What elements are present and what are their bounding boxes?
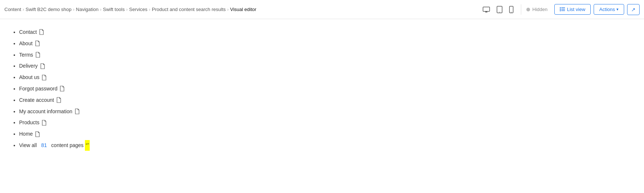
item-name-products: Products xyxy=(19,117,39,128)
expand-button[interactable]: ↗ xyxy=(627,4,640,15)
breadcrumb-item-shop[interactable]: Swift B2C demo shop xyxy=(26,7,72,12)
item-name-forgot-password: Forgot password xyxy=(19,83,57,94)
breadcrumb-sep-0: › xyxy=(23,7,24,12)
page-icon-create-account xyxy=(56,97,61,103)
list-item: Delivery xyxy=(19,60,635,72)
svg-rect-13 xyxy=(560,10,561,11)
page-icon-home xyxy=(35,131,40,137)
page-icon-about-us xyxy=(42,75,47,81)
item-row-products: Products xyxy=(19,117,47,128)
status-dot xyxy=(526,8,530,11)
page-icon-delivery xyxy=(40,63,45,69)
list-item: My account information xyxy=(19,106,635,117)
item-name-about-us: About us xyxy=(19,72,39,83)
list-view-label: List view xyxy=(567,7,586,12)
status-label: Hidden xyxy=(532,7,547,12)
view-all-count[interactable]: 81 xyxy=(41,140,47,151)
item-name-contact: Contact xyxy=(19,26,37,38)
breadcrumb-item-services[interactable]: Services xyxy=(129,7,147,12)
topbar-divider xyxy=(521,4,521,15)
breadcrumb-item-content[interactable]: Content xyxy=(4,7,21,12)
item-name-terms: Terms xyxy=(19,49,33,61)
svg-point-5 xyxy=(499,12,500,12)
item-row-delivery: Delivery xyxy=(19,60,45,72)
breadcrumb: Content › Swift B2C demo shop › Navigati… xyxy=(4,7,475,12)
list-view-button[interactable]: List view xyxy=(554,4,591,15)
mobile-view-button[interactable] xyxy=(507,4,516,15)
breadcrumb-item-navigation[interactable]: Navigation xyxy=(76,7,99,12)
actions-label: Actions xyxy=(599,7,615,12)
list-item: Forgot password xyxy=(19,83,635,94)
breadcrumb-item-swift-tools[interactable]: Swift tools xyxy=(103,7,125,12)
item-row-forgot-password: Forgot password xyxy=(19,83,65,94)
view-all-prefix: View all xyxy=(19,140,37,151)
breadcrumb-sep-3: › xyxy=(126,7,128,12)
view-all-quotes: “” xyxy=(85,140,90,151)
breadcrumb-sep-1: › xyxy=(73,7,75,12)
page-icon-products xyxy=(42,120,47,126)
content-list: Contact About xyxy=(9,26,635,151)
page-icon-about xyxy=(35,40,40,46)
topbar: Content › Swift B2C demo shop › Navigati… xyxy=(0,0,644,19)
breadcrumb-item-visual-editor: Visual editor xyxy=(230,7,256,12)
item-name-my-account: My account information xyxy=(19,106,72,117)
item-row-create-account: Create account xyxy=(19,94,61,106)
desktop-view-button[interactable] xyxy=(480,5,492,14)
svg-rect-12 xyxy=(560,9,561,10)
item-row-about: About xyxy=(19,38,40,49)
breadcrumb-item-search-results[interactable]: Product and content search results xyxy=(152,7,226,12)
expand-icon: ↗ xyxy=(631,7,636,12)
item-name-create-account: Create account xyxy=(19,94,54,106)
topbar-actions: List view Actions ▾ ↗ xyxy=(554,4,640,15)
item-row-terms: Terms xyxy=(19,49,40,61)
list-item: About us xyxy=(19,72,635,83)
view-icons xyxy=(480,4,516,15)
view-all-row: View all 81 content pages “” xyxy=(19,140,90,151)
item-name-delivery: Delivery xyxy=(19,60,38,72)
list-item: Home xyxy=(19,128,635,140)
page-icon-forgot-password xyxy=(60,86,65,92)
item-row-home: Home xyxy=(19,128,40,140)
list-item: Terms xyxy=(19,49,635,61)
status-badge: Hidden xyxy=(526,7,547,12)
item-row-my-account: My account information xyxy=(19,106,80,117)
main-content: Contact About xyxy=(0,19,644,158)
svg-point-7 xyxy=(511,12,512,12)
svg-rect-0 xyxy=(483,7,490,11)
breadcrumb-sep-5: › xyxy=(227,7,229,12)
svg-rect-11 xyxy=(560,7,561,8)
page-icon-contact xyxy=(39,29,44,35)
item-row-contact: Contact xyxy=(19,26,44,38)
list-item-view-all: View all 81 content pages “” xyxy=(19,140,635,151)
item-row-about-us: About us xyxy=(19,72,47,83)
list-item: Products xyxy=(19,117,635,128)
actions-button[interactable]: Actions ▾ xyxy=(594,4,624,15)
page-icon-terms xyxy=(35,52,40,58)
view-all-suffix: content pages xyxy=(51,140,83,151)
tablet-view-button[interactable] xyxy=(494,4,505,15)
list-item: About xyxy=(19,38,635,49)
breadcrumb-sep-4: › xyxy=(149,7,150,12)
list-item: Create account xyxy=(19,94,635,106)
list-item: Contact xyxy=(19,26,635,38)
page-icon-my-account xyxy=(75,108,80,114)
item-name-about: About xyxy=(19,38,33,49)
item-name-home: Home xyxy=(19,128,33,140)
chevron-down-icon: ▾ xyxy=(616,7,619,12)
breadcrumb-sep-2: › xyxy=(100,7,101,12)
